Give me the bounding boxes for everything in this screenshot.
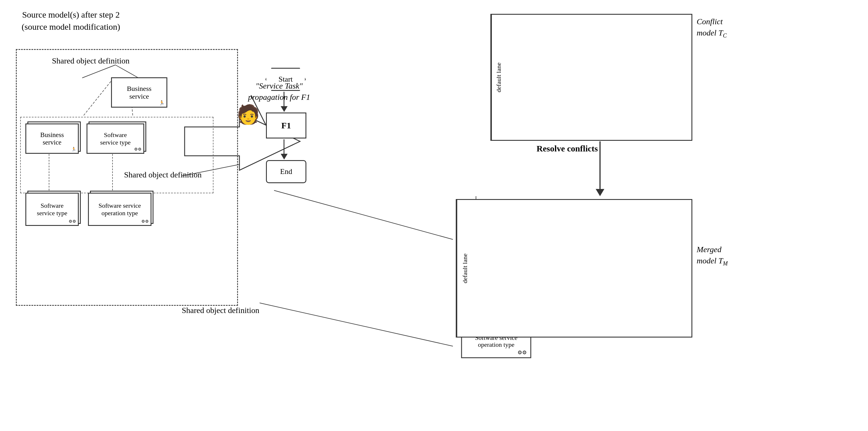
svg-text:⚙⚙: ⚙⚙ — [518, 350, 527, 356]
conflict-model-lane-label: default lane — [491, 15, 506, 140]
svg-line-14 — [259, 303, 453, 346]
person-icon-left: 🧑 — [237, 105, 260, 124]
business-service-stacked: Businessservice 🏃 — [25, 123, 79, 154]
merged-model-label: Mergedmodel TM — [696, 244, 728, 268]
conflict-model-label: Conflictmodel TC — [696, 16, 727, 39]
software-service-operation-type-bottom: Software serviceoperation type ⚙⚙ — [88, 193, 151, 226]
merged-model-box: default lane — [456, 199, 692, 338]
merged-model-lane-label: default lane — [457, 200, 472, 337]
svg-text:operation type: operation type — [478, 341, 514, 348]
diagram-container: F1 + + + ⚙ F1 − − 🧑 — [0, 0, 868, 431]
source-model-label: Source model(s) after step 2(source mode… — [22, 9, 120, 33]
svg-marker-5 — [272, 139, 276, 144]
software-service-type-bottom: Softwareservice type ⚙⚙ — [25, 193, 79, 226]
resolve-conflicts-label: Resolve conflicts — [536, 144, 598, 153]
bpmn-f1-task: F1 — [266, 113, 306, 138]
service-task-label: "Service Task"propagation for F1 — [248, 80, 310, 103]
software-service-type-stacked: Softwareservice type ⚙⚙ — [87, 123, 144, 154]
svg-marker-17 — [596, 189, 604, 196]
business-service-top-box: Businessservice 🏃 — [111, 77, 167, 107]
arrow-f1-to-end — [284, 139, 284, 155]
shared-object-definition-bottom-label: Shared object definition — [182, 306, 259, 315]
conflict-model-box: default lane — [490, 14, 692, 141]
bpmn-end-node: End — [266, 160, 306, 183]
shared-object-definition-middle-label: Shared object definition — [124, 170, 202, 179]
shared-object-definition-top-label: Shared object definition — [52, 56, 129, 65]
svg-line-15 — [274, 190, 453, 240]
